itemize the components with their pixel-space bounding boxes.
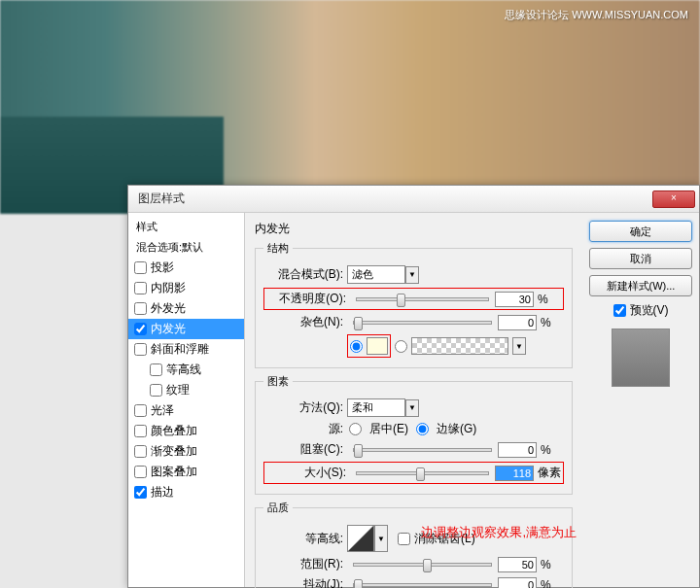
antialias-checkbox[interactable] xyxy=(398,533,410,545)
opacity-label: 不透明度(O): xyxy=(266,291,350,307)
close-button[interactable]: × xyxy=(652,190,695,208)
jitter-label: 抖动(J): xyxy=(263,576,347,588)
style-checkbox[interactable] xyxy=(134,404,147,417)
jitter-unit: % xyxy=(541,578,564,589)
range-unit: % xyxy=(541,558,564,571)
style-checkbox[interactable] xyxy=(150,363,162,376)
dropdown-arrow-icon[interactable]: ▼ xyxy=(405,399,419,417)
styles-header[interactable]: 样式 xyxy=(128,217,244,237)
color-swatch[interactable] xyxy=(367,337,388,355)
size-unit: 像素 xyxy=(538,465,561,481)
noise-slider[interactable] xyxy=(353,321,492,325)
jitter-slider[interactable] xyxy=(353,583,492,587)
preview-thumbnail xyxy=(612,329,670,387)
titlebar[interactable]: 图层样式 × xyxy=(128,186,699,213)
style-item-label: 颜色叠加 xyxy=(151,423,197,439)
size-input[interactable] xyxy=(495,466,534,481)
ok-button[interactable]: 确定 xyxy=(589,221,692,242)
size-label: 大小(S): xyxy=(266,465,350,481)
style-item-10[interactable]: 图案叠加 xyxy=(128,462,244,482)
gradient-radio[interactable] xyxy=(395,340,407,353)
gradient-dropdown-icon[interactable]: ▼ xyxy=(512,337,526,355)
opacity-input[interactable] xyxy=(495,292,534,307)
gradient-swatch[interactable] xyxy=(411,337,508,355)
annotation-text: 边调整边观察效果,满意为止 xyxy=(421,524,577,541)
contour-dropdown-icon[interactable]: ▼ xyxy=(374,525,388,552)
style-checkbox[interactable] xyxy=(150,384,162,397)
style-item-11[interactable]: 描边 xyxy=(128,482,244,502)
style-item-label: 斜面和浮雕 xyxy=(151,341,209,358)
style-item-label: 描边 xyxy=(151,484,174,501)
style-checkbox[interactable] xyxy=(134,466,147,478)
source-edge-radio[interactable] xyxy=(416,423,429,435)
style-item-label: 渐变叠加 xyxy=(151,443,197,460)
range-label: 范围(R): xyxy=(263,556,347,572)
range-input[interactable] xyxy=(498,557,537,572)
structure-group: 结构 混合模式(B): 滤色 ▼ 不透明度(O): % 杂色(N): % xyxy=(255,241,573,368)
range-slider[interactable] xyxy=(353,563,492,567)
style-item-label: 内发光 xyxy=(151,321,186,337)
blend-mode-select[interactable]: 滤色 xyxy=(347,265,405,284)
style-item-3[interactable]: 内发光 xyxy=(128,319,244,339)
style-item-1[interactable]: 内阴影 xyxy=(128,278,244,298)
choke-label: 阻塞(C): xyxy=(263,441,347,458)
blend-options-header[interactable]: 混合选项:默认 xyxy=(128,237,244,258)
background-photo xyxy=(0,0,700,214)
choke-slider[interactable] xyxy=(353,448,492,452)
settings-panel: 内发光 结构 混合模式(B): 滤色 ▼ 不透明度(O): % 杂色(N): xyxy=(245,213,582,587)
choke-input[interactable] xyxy=(498,442,537,458)
solid-color-radio[interactable] xyxy=(350,340,363,353)
quality-group: 品质 等高线: ▼ 消除锯齿(L) 范围(R): % 抖动(J): xyxy=(255,501,573,588)
style-item-label: 光泽 xyxy=(151,402,174,419)
style-checkbox[interactable] xyxy=(134,282,147,294)
source-center-label: 居中(E) xyxy=(369,421,408,437)
size-slider[interactable] xyxy=(356,471,489,475)
style-checkbox[interactable] xyxy=(134,486,147,499)
cancel-button[interactable]: 取消 xyxy=(589,248,692,269)
blend-mode-label: 混合模式(B): xyxy=(263,266,347,283)
source-label: 源: xyxy=(263,421,347,437)
style-item-label: 图案叠加 xyxy=(151,464,197,480)
style-item-0[interactable]: 投影 xyxy=(128,258,244,278)
preview-checkbox[interactable] xyxy=(613,304,626,317)
style-checkbox[interactable] xyxy=(134,302,147,315)
style-item-label: 内阴影 xyxy=(151,280,186,296)
style-item-4[interactable]: 斜面和浮雕 xyxy=(128,339,244,360)
style-checkbox[interactable] xyxy=(134,445,147,458)
styles-list: 样式 混合选项:默认 投影内阴影外发光内发光斜面和浮雕等高线纹理光泽颜色叠加渐变… xyxy=(128,213,245,587)
noise-input[interactable] xyxy=(498,315,537,330)
method-select[interactable]: 柔和 xyxy=(347,398,405,417)
watermark-top: 思缘设计论坛 WWW.MISSYUAN.COM xyxy=(505,8,688,22)
style-checkbox[interactable] xyxy=(134,425,147,437)
dialog-title: 图层样式 xyxy=(132,190,185,207)
style-checkbox[interactable] xyxy=(134,343,147,356)
contour-label: 等高线: xyxy=(263,531,347,547)
style-item-8[interactable]: 颜色叠加 xyxy=(128,421,244,441)
style-item-6[interactable]: 纹理 xyxy=(128,380,244,400)
style-item-7[interactable]: 光泽 xyxy=(128,400,244,421)
structure-legend: 结构 xyxy=(263,241,293,256)
panel-heading: 内发光 xyxy=(255,221,573,237)
method-label: 方法(Q): xyxy=(263,399,347,416)
style-item-2[interactable]: 外发光 xyxy=(128,298,244,319)
style-item-9[interactable]: 渐变叠加 xyxy=(128,441,244,462)
source-center-radio[interactable] xyxy=(349,423,362,435)
style-item-label: 纹理 xyxy=(166,382,190,398)
dropdown-arrow-icon[interactable]: ▼ xyxy=(405,266,419,284)
layer-style-dialog: 图层样式 × 样式 混合选项:默认 投影内阴影外发光内发光斜面和浮雕等高线纹理光… xyxy=(127,185,700,588)
preview-label: 预览(V) xyxy=(630,302,669,319)
elements-group: 图素 方法(Q): 柔和 ▼ 源: 居中(E) 边缘(G) 阻塞( xyxy=(255,374,573,495)
new-style-button[interactable]: 新建样式(W)... xyxy=(589,275,692,296)
style-checkbox[interactable] xyxy=(134,261,147,274)
style-item-5[interactable]: 等高线 xyxy=(128,360,244,380)
jitter-input[interactable] xyxy=(498,577,537,589)
style-item-label: 等高线 xyxy=(166,362,201,378)
style-item-label: 外发光 xyxy=(151,300,186,317)
noise-label: 杂色(N): xyxy=(263,314,347,330)
contour-swatch[interactable] xyxy=(347,525,374,552)
right-panel: 确定 取消 新建样式(W)... 预览(V) xyxy=(582,213,699,587)
opacity-unit: % xyxy=(538,293,561,306)
style-checkbox[interactable] xyxy=(134,323,147,335)
opacity-slider[interactable] xyxy=(356,297,489,301)
noise-unit: % xyxy=(541,316,564,329)
